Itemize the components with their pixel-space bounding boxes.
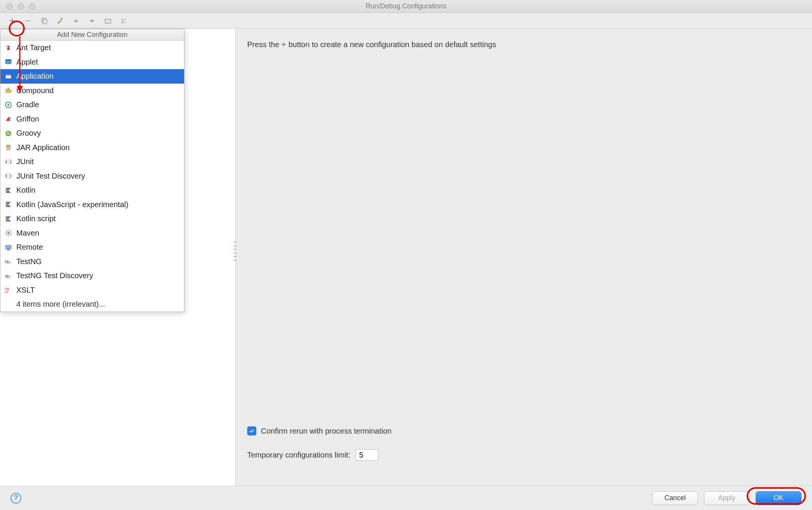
config-type-kotlin-javascript-experimental-[interactable]: Kotlin (JavaScript - experimental) [0,198,184,212]
config-type-label: Kotlin [16,186,35,195]
sort-button[interactable]: az [119,16,129,25]
config-type-compound[interactable]: Compound [0,84,184,98]
xslt-icon: XSLT [4,286,13,294]
svg-rect-22 [6,160,11,164]
config-type-label: Kotlin (JavaScript - experimental) [16,200,129,209]
applet-icon [4,58,13,66]
jar-icon [4,143,13,152]
junit-icon [4,158,13,166]
svg-point-8 [8,46,10,48]
apply-button[interactable]: Apply [704,491,750,505]
maven-icon [4,229,13,237]
config-type-label: Remote [16,243,43,252]
config-type-kotlin[interactable]: Kotlin [0,183,184,198]
config-type-gradle[interactable]: Gradle [0,98,184,112]
popup-header: Add New Configuration [0,29,184,41]
config-type-label: Maven [16,229,39,238]
temp-limit-row: Temporary configurations limit: [247,449,801,461]
config-type-junit-test-discovery[interactable]: JUnit Test Discovery [0,169,184,184]
config-type-testng-test-discovery[interactable]: NGTestNG Test Discovery [0,269,184,283]
kotlin-icon [4,215,13,223]
minimize-window-button[interactable] [17,3,24,10]
config-type-groovy[interactable]: GGroovy [0,126,184,141]
svg-rect-0 [25,21,30,21]
config-type-kotlin-script[interactable]: Kotlin script [0,212,184,226]
config-toolbar: az [0,13,812,29]
help-button[interactable]: ? [11,493,21,504]
add-new-config-popup: Add New Configuration Ant TargetAppletAp… [0,29,184,312]
temp-limit-input[interactable] [356,449,378,461]
svg-text:G: G [8,260,10,264]
titlebar: Run/Debug Configurations [0,0,812,13]
config-type-xslt[interactable]: XSLTXSLT [0,283,184,298]
config-sidebar: Add New Configuration Ant TargetAppletAp… [0,29,236,486]
splitter-grip[interactable] [234,242,237,261]
plus-icon [280,41,288,48]
config-type-application[interactable]: Application [0,69,184,84]
close-window-button[interactable] [6,3,13,10]
testng-icon: NG [4,272,13,280]
run-debug-configurations-window: Run/Debug Configurations az [0,0,812,510]
svg-line-31 [6,234,7,236]
testng-icon: NG [4,257,13,266]
ok-button[interactable]: OK [756,491,801,505]
confirm-rerun-label: Confirm rerun with process termination [261,427,391,436]
move-up-button[interactable] [72,16,81,25]
svg-line-32 [10,231,11,232]
window-title: Run/Debug Configurations [0,2,812,10]
config-type-applet[interactable]: Applet [0,55,184,70]
config-type-label: Kotlin script [16,214,56,223]
config-type-remote[interactable]: Remote [0,240,184,255]
svg-text:G: G [7,131,10,135]
config-type-jar-application[interactable]: JAR Application [0,141,184,155]
config-type-label: TestNG [16,257,42,266]
junit-icon [4,172,13,180]
svg-rect-23 [6,174,11,178]
svg-text:G: G [8,275,10,279]
zoom-window-button[interactable] [29,3,36,10]
edit-defaults-button[interactable] [56,16,65,25]
confirm-rerun-checkbox[interactable] [247,426,256,436]
kotlin-icon [4,200,13,209]
remove-config-button[interactable] [24,16,33,25]
cancel-button[interactable]: Cancel [652,491,698,505]
config-type-testng[interactable]: NGTestNG [0,255,184,269]
config-type-label: Compound [16,86,54,95]
temp-limit-label: Temporary configurations limit: [247,451,350,459]
move-down-button[interactable] [87,16,97,25]
folder-button[interactable] [103,16,113,25]
config-type-label: Gradle [16,100,39,109]
hint-text-post: button to create a new configuration bas… [288,40,496,49]
config-type-ant-target[interactable]: Ant Target [0,41,184,55]
add-config-button[interactable] [8,16,17,25]
svg-rect-34 [8,249,10,250]
config-type-label: JAR Application [16,143,70,152]
config-type-label: Griffon [16,115,39,124]
svg-rect-35 [7,250,10,250]
more-items-row[interactable]: 4 items more (irrelevant)... [0,297,184,312]
config-type-label: Groovy [16,129,41,138]
griffon-icon [4,115,13,123]
dialog-footer: ? Cancel Apply OK [0,486,812,510]
compound-icon [4,86,13,95]
svg-point-24 [8,232,10,234]
svg-rect-33 [6,245,11,249]
svg-rect-21 [6,146,10,147]
bottom-controls: Confirm rerun with process termination T… [247,426,801,474]
config-type-maven[interactable]: Maven [0,226,184,241]
svg-line-29 [6,231,7,232]
application-icon [4,72,13,81]
config-type-griffon[interactable]: Griffon [0,112,184,127]
svg-line-10 [6,46,8,47]
svg-text:LT: LT [5,290,9,294]
content-panel: Press the button to create a new configu… [236,29,812,486]
config-type-junit[interactable]: JUnit [0,155,184,169]
copy-config-button[interactable] [40,16,49,25]
window-controls [0,3,36,10]
svg-rect-20 [6,145,10,150]
config-type-label: Application [16,72,54,81]
config-type-label: JUnit [16,157,34,166]
svg-rect-15 [6,74,11,75]
confirm-rerun-row: Confirm rerun with process termination [247,426,801,436]
more-items-label: 4 items more (irrelevant)... [16,300,105,309]
